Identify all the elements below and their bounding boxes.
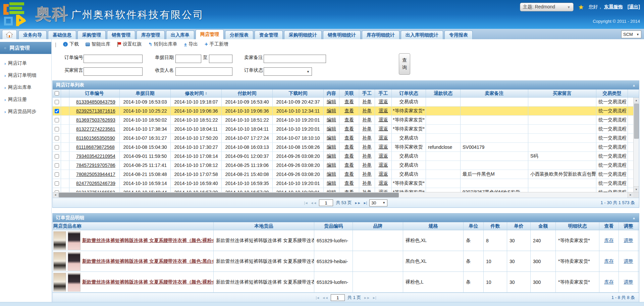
col-order-no[interactable]: 订单编号 bbox=[69, 89, 120, 97]
row-checkbox[interactable] bbox=[55, 163, 59, 168]
order-row[interactable]: 813697503762693 2014-10-10 18:50:02 2014… bbox=[53, 116, 639, 125]
order-row[interactable]: 813394850843759 2014-10-09 16:53:03 2014… bbox=[53, 98, 639, 107]
return-link[interactable]: 退返 bbox=[379, 153, 388, 159]
nav-tab[interactable]: 采购明细统计 bbox=[284, 30, 322, 39]
view-link[interactable]: 查看 bbox=[344, 144, 354, 150]
return-link[interactable]: 退返 bbox=[379, 126, 388, 132]
next-page-icon[interactable]: ►► bbox=[355, 201, 361, 205]
return-link[interactable]: 退返 bbox=[379, 144, 388, 150]
scroll-up-arrow[interactable]: ▲ bbox=[634, 98, 639, 103]
supplement-link[interactable]: 补单 bbox=[362, 144, 372, 150]
edit-link[interactable]: 编辑 bbox=[327, 144, 336, 150]
nav-tab[interactable]: 业务向导 bbox=[18, 30, 47, 39]
order-no-input[interactable] bbox=[84, 55, 143, 63]
select-all-checkbox[interactable] bbox=[55, 91, 59, 96]
order-row[interactable]: 823925713871616 2014-10-10 10:25:22 2014… bbox=[53, 107, 639, 116]
supplement-link[interactable]: 补单 bbox=[362, 180, 372, 186]
edit-link[interactable]: 编辑 bbox=[327, 153, 336, 159]
row-checkbox[interactable] bbox=[55, 145, 59, 149]
edit-link[interactable]: 编辑 bbox=[327, 108, 336, 114]
supplement-link[interactable]: 补单 bbox=[362, 126, 372, 132]
edit-link[interactable]: 编辑 bbox=[327, 117, 336, 123]
nav-tab[interactable]: 库存明细统计 bbox=[362, 30, 399, 39]
nav-tab[interactable]: 销售明细统计 bbox=[323, 30, 361, 39]
stock-link[interactable]: 库存 bbox=[604, 258, 614, 264]
edit-link[interactable]: 编辑 bbox=[327, 189, 336, 192]
theme-select[interactable]: 主题: Redmond ▼ bbox=[520, 3, 574, 11]
view-link[interactable]: 查看 bbox=[344, 153, 354, 159]
edit-link[interactable]: 编辑 bbox=[327, 99, 336, 105]
order-row[interactable]: 780825053944417 2014-08-21 15:08:48 2014… bbox=[53, 170, 639, 179]
item-row[interactable]: 新款蕾丝连体裤短裤韩版连体裤 女夏系腰带连衣裤（颜色:黑白色,尺码:） 新款蕾丝… bbox=[53, 251, 639, 272]
order-row[interactable]: 813227274223581 2014-10-10 17:38:34 2014… bbox=[53, 125, 639, 134]
view-link[interactable]: 查看 bbox=[344, 108, 354, 114]
return-link[interactable]: 退返 bbox=[379, 180, 388, 186]
view-link[interactable]: 查看 bbox=[344, 171, 354, 177]
scm-module-select[interactable]: SCM ▼ bbox=[621, 30, 641, 38]
nav-tab[interactable]: 出入库明细统计 bbox=[401, 30, 443, 39]
item-row[interactable]: 新款蕾丝连体裤短裤韩版连体裤 女夏系腰带连衣裤（颜色:裸粉色,尺码:） 新款蕾丝… bbox=[53, 272, 639, 293]
horizontal-scrollbar[interactable]: ◄ ► bbox=[53, 192, 639, 198]
shop-item-name-link[interactable]: 新款蕾丝连体裤短裤韩版连体裤 女夏系腰带连衣裤（颜色:裸粉色,尺码:） bbox=[82, 238, 213, 244]
prev-page-icon[interactable]: ◄◄ bbox=[310, 201, 316, 205]
order-no-link[interactable]: 784572919705786 bbox=[76, 163, 115, 168]
edit-link[interactable]: 编辑 bbox=[327, 171, 336, 177]
row-checkbox[interactable] bbox=[55, 118, 59, 122]
buyer-msg-input[interactable] bbox=[84, 67, 143, 76]
row-checkbox[interactable] bbox=[55, 154, 59, 159]
sidebar-item[interactable]: › 网店订单 bbox=[0, 57, 51, 69]
nav-tab[interactable]: 采购管理 bbox=[77, 30, 106, 39]
supplement-link[interactable]: 补单 bbox=[362, 162, 372, 168]
last-page-icon[interactable]: ►| bbox=[372, 296, 376, 300]
nav-tab[interactable]: 基础信息 bbox=[48, 30, 76, 39]
toolbar-button[interactable]: 转到出库单 bbox=[148, 41, 177, 47]
page-number-input[interactable] bbox=[319, 199, 333, 206]
order-no-link[interactable]: 813127351166562 bbox=[76, 190, 115, 192]
col-paid[interactable]: 付款时间 bbox=[222, 89, 273, 97]
order-row[interactable]: 784572919705786 2014-08-25 11:17:41 2014… bbox=[53, 161, 639, 170]
order-row[interactable]: 813127351166562 2014-10-10 15:48:44 2014… bbox=[53, 188, 639, 192]
return-link[interactable]: 退返 bbox=[379, 171, 388, 177]
toolbar-button[interactable]: 手工新增 bbox=[205, 41, 228, 47]
order-row[interactable]: 824770265246739 2014-10-10 16:59:14 2014… bbox=[53, 179, 639, 188]
item-row[interactable]: 新款蕾丝连体裤短裤韩版连体裤 女夏系腰带连衣裤（颜色:裸粉色,尺码:） 新款蕾丝… bbox=[53, 230, 639, 251]
nav-tab[interactable]: 销售管理 bbox=[107, 30, 135, 39]
supplement-link[interactable]: 补单 bbox=[362, 171, 372, 177]
receiver-input[interactable] bbox=[175, 67, 232, 76]
vertical-scrollbar[interactable]: ▲ ▼ bbox=[633, 98, 639, 192]
favorite-star-icon[interactable]: ★ bbox=[578, 3, 584, 11]
order-row[interactable]: 793403542210954 2014-09-01 11:59:50 2014… bbox=[53, 152, 639, 161]
row-checkbox[interactable] bbox=[55, 100, 59, 104]
row-checkbox[interactable] bbox=[55, 136, 59, 140]
adjust-link[interactable]: 调整 bbox=[624, 279, 633, 285]
row-checkbox[interactable] bbox=[55, 127, 59, 131]
nav-tab[interactable]: 出入库单 bbox=[166, 30, 194, 39]
return-link[interactable]: 退返 bbox=[379, 108, 388, 114]
edit-link[interactable]: 编辑 bbox=[327, 162, 336, 168]
row-checkbox[interactable] bbox=[55, 172, 59, 177]
return-link[interactable]: 退返 bbox=[379, 117, 388, 123]
supplement-link[interactable]: 补单 bbox=[362, 99, 372, 105]
view-link[interactable]: 查看 bbox=[344, 162, 354, 168]
order-row[interactable]: 811601565350590 2014-10-07 16:31:27 2014… bbox=[53, 134, 639, 143]
scroll-right-arrow[interactable]: ► bbox=[628, 192, 633, 198]
page-size-select[interactable]: 30 ▼ bbox=[369, 199, 387, 206]
next-page-icon[interactable]: ►► bbox=[364, 296, 370, 300]
col-doc-date[interactable]: 单据日期 bbox=[120, 89, 171, 97]
view-link[interactable]: 查看 bbox=[344, 126, 354, 132]
stock-link[interactable]: 库存 bbox=[604, 238, 614, 244]
view-link[interactable]: 查看 bbox=[344, 99, 354, 105]
order-no-link[interactable]: 811186879872568 bbox=[76, 144, 115, 150]
return-link[interactable]: 退返 bbox=[379, 99, 388, 105]
row-checkbox[interactable] bbox=[55, 181, 59, 186]
order-no-link[interactable]: 823925713871616 bbox=[76, 108, 115, 114]
first-page-icon[interactable]: |◄ bbox=[316, 296, 319, 300]
vertical-scroll-thumb[interactable] bbox=[634, 104, 639, 139]
order-status-select[interactable]: ▼ bbox=[264, 67, 312, 76]
horizontal-scroll-thumb[interactable] bbox=[59, 193, 399, 197]
order-row[interactable]: 811186879872568 2014-10-08 15:04:30 2014… bbox=[53, 143, 639, 152]
view-link[interactable]: 查看 bbox=[344, 117, 354, 123]
row-checkbox[interactable] bbox=[55, 109, 59, 113]
view-link[interactable]: 查看 bbox=[344, 189, 354, 192]
toolbar-button[interactable]: 智能出库 bbox=[86, 41, 110, 47]
